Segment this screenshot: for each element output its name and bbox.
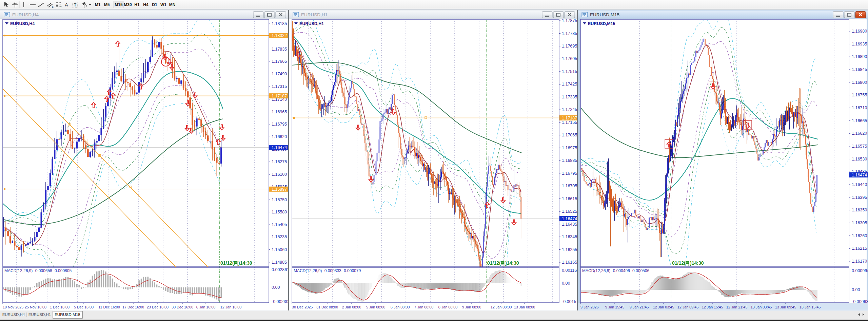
svg-text:MACD(12,26,9) -0.000333 -0.000: MACD(12,26,9) -0.000333 -0.000079: [294, 268, 361, 273]
svg-text:13 Jan 03:45: 13 Jan 03:45: [751, 305, 772, 309]
svg-text:1.16575: 1.16575: [852, 144, 867, 149]
svg-text:1.16530: 1.16530: [852, 157, 867, 162]
svg-text:1.17515: 1.17515: [562, 69, 577, 74]
svg-text:0.00: 0.00: [562, 281, 570, 286]
svg-text:1.16620: 1.16620: [272, 134, 287, 139]
svg-text:1.16665: 1.16665: [852, 118, 867, 123]
svg-text:1.17187: 1.17187: [562, 116, 577, 120]
svg-text:1.16620: 1.16620: [852, 131, 867, 136]
svg-text:1.16615: 1.16615: [562, 196, 577, 201]
svg-text:1.17315: 1.17315: [272, 84, 287, 89]
svg-text:1.17835: 1.17835: [272, 47, 287, 52]
svg-text:0.002861: 0.002861: [272, 267, 289, 272]
svg-text:1.17245: 1.17245: [562, 107, 577, 112]
svg-text:1.16215: 1.16215: [852, 246, 867, 251]
svg-text:13 Jan 08:00: 13 Jan 08:00: [514, 305, 535, 309]
svg-text:EURUSD,M15: EURUSD,M15: [590, 12, 619, 17]
svg-text:D1: D1: [152, 2, 157, 7]
svg-text:1.16395: 1.16395: [852, 195, 867, 200]
svg-text:M5: M5: [104, 2, 110, 7]
svg-text:1.17335: 1.17335: [562, 95, 577, 99]
svg-text:01/12(: 01/12(: [487, 260, 501, 266]
svg-text:1.16800: 1.16800: [852, 80, 867, 85]
svg-text:EURUSD,H4: EURUSD,H4: [12, 12, 39, 17]
svg-text:F: F: [61, 6, 62, 8]
svg-text:1.16890: 1.16890: [852, 54, 867, 59]
svg-text:1.15235: 1.15235: [272, 234, 287, 239]
svg-text:EURUSD,H4: EURUSD,H4: [10, 21, 35, 26]
svg-text:A: A: [65, 2, 68, 7]
svg-text:8 Jan 08:00: 8 Jan 08:00: [438, 305, 457, 309]
svg-text:1.17187: 1.17187: [272, 94, 287, 98]
svg-text:9 Jan 21:45: 9 Jan 21:45: [630, 305, 649, 309]
svg-text:1.16435: 1.16435: [562, 222, 577, 227]
svg-text:1.17605: 1.17605: [562, 56, 577, 61]
svg-text:1.17155: 1.17155: [562, 120, 577, 125]
svg-text:-0.002306: -0.002306: [272, 299, 291, 304]
svg-text:M1: M1: [95, 2, 101, 7]
svg-text:6 Jan 16:00: 6 Jan 16:00: [196, 305, 215, 309]
svg-text:25 Nov 16:00: 25 Nov 16:00: [25, 305, 46, 309]
svg-text:)14:30: )14:30: [238, 260, 252, 266]
svg-text:1.16795: 1.16795: [272, 122, 287, 127]
svg-text:1.15060: 1.15060: [272, 247, 287, 252]
svg-text:12 Jan 09:45: 12 Jan 09:45: [677, 305, 698, 309]
svg-text:9 Jan 08:00: 9 Jan 08:00: [462, 305, 481, 309]
svg-text:1.16980: 1.16980: [852, 29, 867, 34]
svg-text:MACD(12,26,9) -0.000496 -0.000: MACD(12,26,9) -0.000496 -0.000506: [582, 268, 649, 273]
svg-text:2 Jan 08:00: 2 Jan 08:00: [342, 305, 361, 309]
svg-text:)14:30: )14:30: [690, 260, 704, 266]
svg-text:1.17665: 1.17665: [272, 59, 287, 64]
svg-text:1.16345: 1.16345: [562, 234, 577, 239]
svg-text:1.16755: 1.16755: [852, 93, 867, 97]
svg-text:7 Jan 08:00: 7 Jan 08:00: [414, 305, 433, 309]
svg-text:1.17490: 1.17490: [272, 72, 287, 76]
svg-text:1.16474: 1.16474: [562, 216, 577, 221]
svg-text:1.16885: 1.16885: [562, 158, 577, 163]
svg-text:1.16100: 1.16100: [272, 172, 287, 177]
svg-text:9 Jan 2026: 9 Jan 2026: [580, 305, 598, 309]
svg-text:31 Dec 08:00: 31 Dec 08:00: [316, 305, 338, 309]
svg-text:1.16170: 1.16170: [852, 259, 867, 264]
svg-text:1.16474: 1.16474: [852, 173, 867, 177]
svg-text:1.17065: 1.17065: [562, 133, 577, 137]
svg-text:1 Dec 16:00: 1 Dec 16:00: [50, 305, 70, 309]
svg-text:M15: M15: [115, 2, 123, 7]
svg-text:EURUSD,M15: EURUSD,M15: [588, 21, 615, 26]
svg-text:11 Dec 16:00: 11 Dec 16:00: [98, 305, 120, 309]
svg-text:1.16165: 1.16165: [562, 260, 577, 265]
svg-text:1.18185: 1.18185: [272, 21, 287, 26]
svg-text:1.16965: 1.16965: [272, 110, 287, 114]
svg-text:EURUSD,H1: EURUSD,H1: [299, 21, 324, 26]
svg-text:1.15750: 1.15750: [272, 197, 287, 202]
svg-text:1.16795: 1.16795: [562, 171, 577, 176]
svg-text:5 Dec 16:00: 5 Dec 16:00: [74, 305, 94, 309]
svg-text:1.16705: 1.16705: [562, 184, 577, 188]
svg-text:17 Dec 16:00: 17 Dec 16:00: [122, 305, 144, 309]
svg-text:1.16305: 1.16305: [852, 221, 867, 225]
svg-text:30 Dec 16:00: 30 Dec 16:00: [172, 305, 193, 309]
svg-text:EURUSD,H4: EURUSD,H4: [2, 313, 25, 317]
svg-text:1.17875: 1.17875: [562, 18, 577, 23]
svg-text:9 Jan 15:45: 9 Jan 15:45: [605, 305, 624, 309]
svg-text:1.15897: 1.15897: [272, 187, 287, 192]
svg-text:H4: H4: [143, 2, 149, 7]
svg-text:EURUSD,M15: EURUSD,M15: [55, 312, 80, 317]
svg-text:01/12(: 01/12(: [672, 260, 686, 266]
svg-text:12 Jan 08:00: 12 Jan 08:00: [491, 305, 512, 309]
svg-text:MACD(12,26,9) -0.000658 -0.000: MACD(12,26,9) -0.000658 -0.000805: [4, 268, 72, 273]
svg-text:19 Nov 2025: 19 Nov 2025: [3, 305, 23, 309]
svg-text:5 Jan 08:00: 5 Jan 08:00: [366, 305, 385, 309]
svg-text:0.000994: 0.000994: [852, 268, 868, 273]
svg-text:E: E: [52, 6, 54, 8]
svg-text:0.00: 0.00: [272, 285, 280, 290]
svg-text:13 Jan 15:45: 13 Jan 15:45: [800, 305, 821, 309]
svg-text:12 Jan 03:45: 12 Jan 03:45: [653, 305, 674, 309]
svg-text:0.00: 0.00: [852, 287, 860, 292]
svg-text:30 Dec 2025: 30 Dec 2025: [292, 305, 313, 309]
svg-text:1.16710: 1.16710: [852, 106, 867, 110]
svg-text:12 Jan 16:00: 12 Jan 16:00: [220, 305, 241, 309]
svg-text:-0.00157: -0.00157: [562, 299, 578, 304]
svg-text:0.001166: 0.001166: [562, 268, 579, 273]
svg-text:EURUSD,H1: EURUSD,H1: [301, 12, 328, 17]
